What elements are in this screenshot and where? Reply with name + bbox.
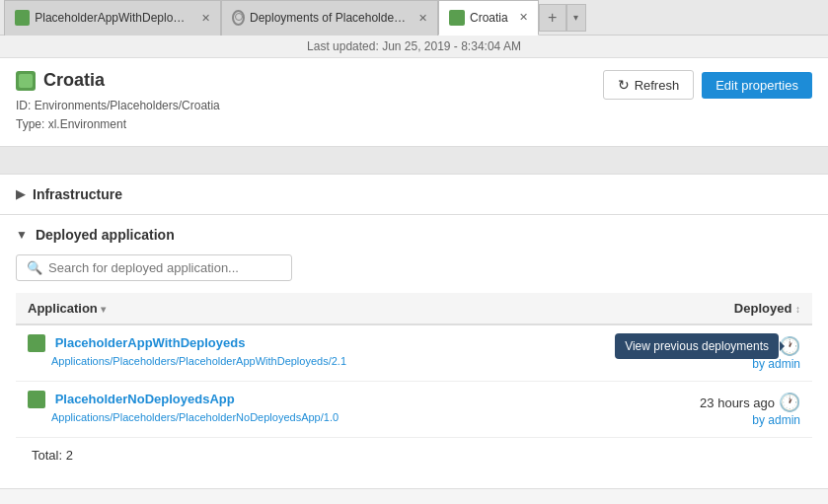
title-with-icon: Croatia (16, 70, 220, 91)
refresh-icon: ↻ (618, 77, 630, 93)
app1-tooltip-wrapper: View previous deployments 🕐 (779, 335, 800, 357)
search-icon: 🔍 (27, 260, 42, 275)
infrastructure-header[interactable]: ▶ Infrastructure (0, 175, 828, 214)
table-row: PlaceholderNoDeployedsApp Applications/P… (16, 382, 812, 438)
total-count: Total: 2 (16, 438, 812, 472)
page-title: Croatia (43, 70, 105, 91)
tab2-icon (232, 10, 245, 26)
last-updated-text: Last updated: Jun 25, 2019 - 8:34:04 AM (307, 39, 521, 53)
col-deployed: Deployed ↕ (600, 293, 812, 324)
edit-label: Edit properties (715, 78, 798, 93)
app1-name[interactable]: PlaceholderAppWithDeployeds (55, 336, 246, 351)
environment-icon-inner (19, 74, 33, 88)
deployed-section-body: 🔍 Application ▾ Deployed ↕ (0, 254, 828, 488)
col-application: Application ▾ (16, 293, 600, 324)
refresh-button[interactable]: ↻ Refresh (603, 70, 695, 100)
refresh-label: Refresh (635, 78, 680, 93)
search-input[interactable] (48, 260, 281, 275)
app1-deployed-by: by admin (612, 357, 800, 371)
app2-history-icon[interactable]: 🕐 (779, 392, 800, 413)
tab-deployments[interactable]: Deployments of PlaceholderAppWithDeploye… (221, 0, 438, 36)
app2-icon (28, 391, 45, 408)
deployed-sort-icon[interactable]: ↕ (795, 304, 800, 315)
environment-icon (16, 71, 36, 91)
search-container[interactable]: 🔍 (16, 254, 292, 281)
app1-icon (28, 334, 45, 352)
app-cell-2: PlaceholderNoDeployedsApp Applications/P… (16, 382, 600, 438)
app2-deployed-by: by admin (612, 413, 800, 427)
deployed-application-section: ▼ Deployed application 🔍 Application ▾ D… (0, 215, 828, 489)
page-id: ID: Environments/Placeholders/Croatia (16, 97, 220, 115)
tab2-close[interactable]: ✕ (418, 12, 427, 25)
page-type: Type: xl.Environment (16, 115, 220, 134)
app2-path: Applications/Placeholders/PlaceholderNoD… (51, 411, 339, 423)
applications-table: Application ▾ Deployed ↕ PlaceholderAppW… (16, 293, 812, 438)
deployed-label: Deployed application (36, 227, 175, 243)
main-content: Croatia ID: Environments/Placeholders/Cr… (0, 58, 828, 147)
deployed-chevron: ▼ (16, 228, 28, 242)
app-deployed-cell-2: 23 hours ago 🕐 by admin (600, 382, 812, 438)
app-cell-1: PlaceholderAppWithDeployeds Applications… (16, 324, 600, 382)
application-sort-icon[interactable]: ▾ (101, 304, 106, 315)
tab3-icon (449, 10, 465, 26)
edit-properties-button[interactable]: Edit properties (702, 72, 812, 99)
page-header: Croatia ID: Environments/Placeholders/Cr… (16, 70, 812, 134)
tab-bar: PlaceholderAppWithDeployeds ✕ Deployment… (0, 0, 828, 36)
tab-croatia[interactable]: Croatia ✕ (438, 0, 539, 36)
gray-divider (0, 147, 828, 175)
app2-deployed-time: 23 hours ago (700, 396, 775, 410)
tab-placeholder-app[interactable]: PlaceholderAppWithDeployeds ✕ (4, 0, 221, 36)
page-title-section: Croatia ID: Environments/Placeholders/Cr… (16, 70, 220, 134)
app2-actions: 23 hours ago 🕐 (612, 392, 800, 413)
infrastructure-chevron: ▶ (16, 187, 25, 201)
table-header-row: Application ▾ Deployed ↕ (16, 293, 812, 324)
app2-name[interactable]: PlaceholderNoDeployedsApp (55, 393, 235, 407)
tab-dropdown-button[interactable]: ▾ (566, 4, 586, 32)
tab1-close[interactable]: ✕ (201, 12, 210, 25)
tab1-icon (15, 10, 30, 26)
header-buttons: ↻ Refresh Edit properties (603, 70, 812, 100)
infrastructure-section: ▶ Infrastructure (0, 175, 828, 215)
app1-tooltip: View previous deployments (615, 333, 779, 359)
deployed-application-header[interactable]: ▼ Deployed application (0, 215, 828, 254)
tab3-close[interactable]: ✕ (519, 11, 528, 24)
tab1-label: PlaceholderAppWithDeployeds (35, 11, 190, 25)
tab2-label: Deployments of PlaceholderAppWithDeploye… (250, 11, 408, 25)
table-row: PlaceholderAppWithDeployeds Applications… (16, 324, 812, 382)
tab-add-button[interactable]: + (539, 4, 566, 32)
page-meta: ID: Environments/Placeholders/Croatia Ty… (16, 97, 220, 134)
app1-actions: View previous deployments 🕐 (612, 335, 800, 357)
app1-path: Applications/Placeholders/PlaceholderApp… (51, 355, 346, 367)
tab3-label: Croatia (470, 11, 508, 25)
app-deployed-cell-1: View previous deployments 🕐 by admin (600, 324, 812, 382)
last-updated-bar: Last updated: Jun 25, 2019 - 8:34:04 AM (0, 36, 828, 58)
infrastructure-label: Infrastructure (33, 186, 122, 202)
